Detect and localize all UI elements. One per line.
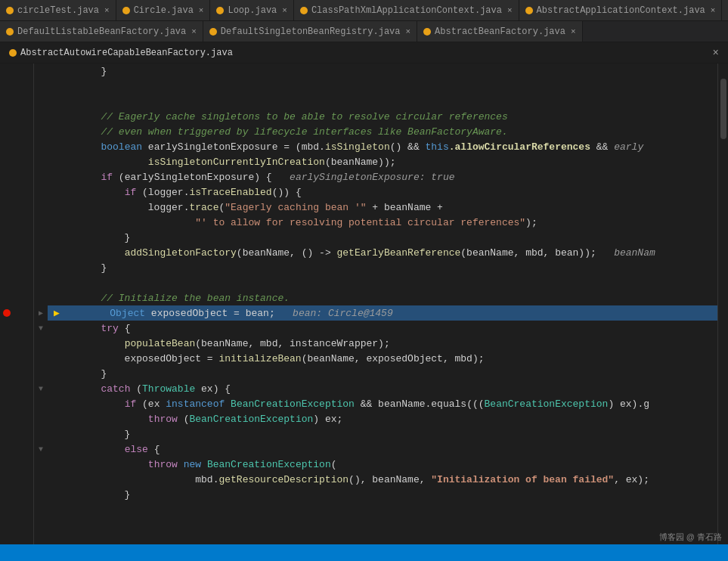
gutter-line-26	[0, 442, 33, 457]
gutter-line-22	[0, 381, 33, 396]
tab-bar-current: AbstractAutowireCapableBeanFactory.java …	[0, 42, 728, 64]
tab-circletest[interactable]: circleTest.java ×	[0, 0, 116, 21]
code-line-1: }	[48, 64, 717, 79]
code-line-29: }	[48, 487, 717, 502]
java-icon-current	[9, 49, 17, 57]
gutter-line-17[interactable]	[0, 305, 33, 321]
gutter-line-1	[0, 64, 33, 79]
fold-9	[34, 184, 48, 200]
gutter-line-6	[0, 139, 33, 154]
tab-circle[interactable]: Circle.java ×	[116, 0, 211, 21]
code-line-18: try {	[48, 321, 717, 336]
code-line-11: "' to allow for resolving potential circ…	[48, 215, 717, 230]
fold-1	[34, 64, 48, 79]
gutter-line-24	[0, 411, 33, 426]
java-icon-8	[423, 28, 431, 36]
code-line-5: // even when triggered by lifecycle inte…	[48, 124, 717, 139]
gutter-line-21	[0, 366, 33, 381]
gutter-line-16	[0, 290, 33, 305]
fold-23	[34, 396, 48, 411]
close-current-tab[interactable]: ×	[704, 47, 728, 59]
tab-abstractbean[interactable]: AbstractBeanFactory.java ×	[417, 21, 582, 42]
current-file-tab[interactable]: AbstractAutowireCapableBeanFactory.java	[0, 48, 242, 58]
code-line-12: }	[48, 230, 717, 245]
tab-close-defaultsingleton[interactable]: ×	[406, 27, 411, 36]
gutter-line-12	[0, 230, 33, 245]
fold-14	[34, 260, 48, 275]
fold-2	[34, 79, 48, 94]
gutter-line-27	[0, 457, 33, 472]
gutter-line-20	[0, 351, 33, 366]
fold-18[interactable]: ▼	[34, 321, 48, 336]
fold-6	[34, 139, 48, 154]
gutter-line-28	[0, 472, 33, 487]
code-line-24: throw (BeanCreationException) ex;	[48, 411, 717, 426]
code-line-15	[48, 275, 717, 290]
code-line-13: addSingletonFactory(beanName, () -> getE…	[48, 245, 717, 260]
tab-close-abstractbean[interactable]: ×	[571, 27, 576, 36]
code-line-28: mbd.getResourceDescription(), beanName, …	[48, 472, 717, 487]
gutter-line-13	[0, 245, 33, 260]
code-line-14: }	[48, 260, 717, 275]
java-icon-3	[216, 7, 224, 14]
tab-bar-row2: DefaultListableBeanFactory.java × Defaul…	[0, 21, 728, 42]
tab-classpathxml[interactable]: ClassPathXmlApplicationContext.java ×	[294, 0, 519, 21]
java-icon	[6, 7, 14, 14]
fold-20	[34, 351, 48, 366]
code-line-7: isSingletonCurrentlyInCreation(beanName)…	[48, 154, 717, 169]
fold-27	[34, 457, 48, 472]
fold-10	[34, 200, 48, 215]
tab-close-loop[interactable]: ×	[282, 6, 287, 15]
tab-close-classpathxml[interactable]: ×	[507, 6, 513, 15]
fold-25	[34, 426, 48, 442]
gutter-line-7	[0, 154, 33, 169]
gutter-line-23	[0, 396, 33, 411]
tab-loop[interactable]: Loop.java ×	[210, 0, 293, 21]
gutter-line-18	[0, 321, 33, 336]
gutter-line-10	[0, 200, 33, 215]
fold-15	[34, 275, 48, 290]
tab-close-defaultlistable[interactable]: ×	[191, 27, 197, 36]
code-line-8: if (earlySingletonExposure) { earlySingl…	[48, 169, 717, 184]
editor-main: ▶ ▼ ▼ ▼ } // Eagerly cache si	[0, 64, 728, 544]
code-line-26: else {	[48, 442, 717, 457]
fold-28	[34, 472, 48, 487]
java-icon-7	[209, 28, 217, 36]
code-line-25: }	[48, 426, 717, 442]
gutter-line-5	[0, 124, 33, 139]
tab-abstractapp[interactable]: AbstractApplicationContext.java ×	[519, 0, 723, 21]
code-line-17: ▶ Object exposedObject = bean; bean: Cir…	[48, 305, 717, 321]
fold-17: ▶	[34, 305, 48, 321]
code-line-22: catch (Throwable ex) {	[48, 381, 717, 396]
code-editor[interactable]: } // Eagerly cache singletons to be able…	[48, 64, 717, 544]
code-line-3	[48, 94, 717, 109]
code-line-21: }	[48, 366, 717, 381]
fold-19	[34, 336, 48, 351]
status-bar	[0, 544, 728, 561]
tab-close-circle[interactable]: ×	[199, 6, 204, 15]
minimap-scrollbar[interactable]	[717, 64, 728, 544]
gutter-line-11	[0, 215, 33, 230]
tab-defaultlistable[interactable]: DefaultListableBeanFactory.java ×	[0, 21, 203, 42]
code-line-10: logger.trace("Eagerly caching bean '" + …	[48, 200, 717, 215]
gutter-line-29	[0, 487, 33, 502]
scroll-thumb	[720, 79, 726, 139]
tab-close-circletest[interactable]: ×	[104, 6, 110, 15]
fold-22[interactable]: ▼	[34, 381, 48, 396]
fold-13	[34, 245, 48, 260]
java-icon-2	[122, 7, 130, 14]
fold-26[interactable]: ▼	[34, 442, 48, 457]
fold-29	[34, 487, 48, 502]
tab-bar-row1: circleTest.java × Circle.java × Loop.jav…	[0, 0, 728, 21]
tab-close-abstractapp[interactable]: ×	[711, 6, 716, 15]
code-line-19: populateBean(beanName, mbd, instanceWrap…	[48, 336, 717, 351]
tab-defaultsingleton[interactable]: DefaultSingletonBeanRegistry.java ×	[203, 21, 417, 42]
code-line-2	[48, 79, 717, 94]
gutter-line-9	[0, 184, 33, 200]
gutter-line-15	[0, 275, 33, 290]
code-line-20: exposedObject = initializeBean(beanName,…	[48, 351, 717, 366]
gutter-line-4	[0, 109, 33, 124]
java-icon-4	[300, 7, 308, 14]
java-icon-6	[6, 28, 14, 36]
code-line-27: throw new BeanCreationException(	[48, 457, 717, 472]
